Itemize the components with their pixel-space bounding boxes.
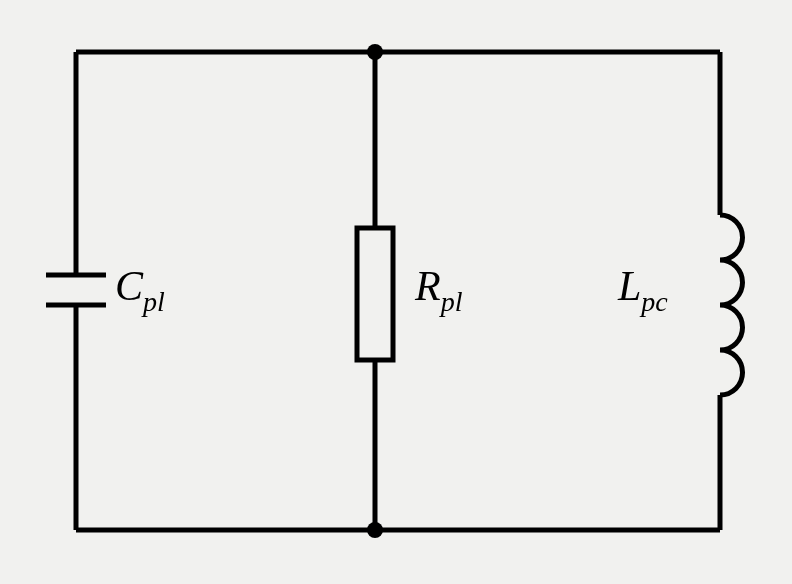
resistor-subscript: pl [441, 286, 463, 317]
capacitor-symbol: C [115, 263, 143, 309]
node-top [367, 44, 383, 60]
inductor-symbol: L [618, 263, 641, 309]
resistor-label: Rpl [415, 262, 462, 316]
node-bottom [367, 522, 383, 538]
capacitor-branch [46, 52, 106, 530]
capacitor-subscript: pl [143, 286, 165, 317]
resistor-branch [357, 52, 393, 530]
inductor-label: Lpc [618, 262, 668, 316]
inductor-branch [720, 52, 743, 530]
inductor-icon [720, 215, 743, 395]
inductor-subscript: pc [641, 286, 667, 317]
resistor-symbol: R [415, 263, 441, 309]
svg-rect-6 [357, 228, 393, 360]
capacitor-label: Cpl [115, 262, 165, 316]
